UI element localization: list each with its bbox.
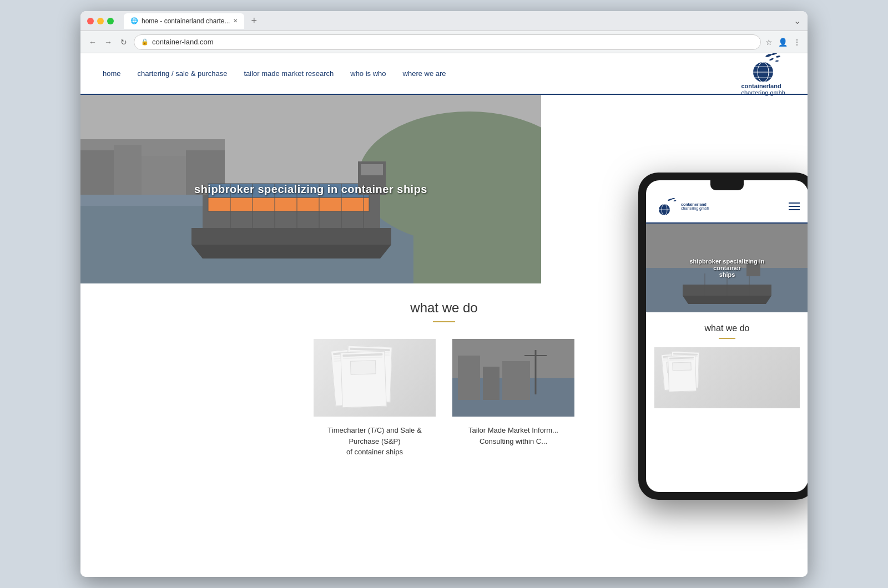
svg-rect-40 [502,361,530,400]
svg-point-44 [672,197,675,199]
phone-navigation: containerland chartering gmbh [646,190,808,224]
card-papers-image [314,339,436,417]
browser-titlebar: 🌐 home - containerland charte... ✕ + ⌄ [80,11,808,31]
svg-rect-35 [361,164,383,175]
tab-close-button[interactable]: ✕ [233,18,238,24]
browser-chevron-icon[interactable]: ⌄ [794,16,801,26]
nav-links: home chartering / sale & purchase tailor… [103,69,446,78]
logo-text: containerland chartering gmbh [741,83,786,96]
svg-point-45 [673,200,676,202]
phone-card-papers [654,347,800,408]
site-navigation: home chartering / sale & purchase tailor… [80,53,808,95]
phone-screen: containerland chartering gmbh [646,180,808,492]
svg-rect-39 [483,367,500,400]
svg-rect-19 [413,178,541,283]
browser-tab[interactable]: 🌐 home - containerland charte... ✕ [124,13,244,29]
port-image-svg [452,339,574,417]
phone-papers-decoration [657,349,797,407]
svg-marker-20 [191,245,391,258]
security-icon: 🔒 [141,38,149,45]
phone-logo-icon [654,197,677,215]
close-button[interactable] [87,18,94,24]
more-options-icon[interactable]: ⋮ [793,38,801,47]
card-timecharter: Timecharter (T/C) and Sale & Purchase (S… [314,339,436,458]
svg-point-0 [765,53,773,58]
svg-rect-21 [191,228,391,245]
refresh-button[interactable]: ↻ [118,37,129,48]
nav-home[interactable]: home [103,69,121,78]
new-tab-button[interactable]: + [251,15,257,27]
tab-title: home - containerland charte... [142,17,230,25]
content-section: what we do [80,283,808,474]
phone-hero: shipbroker specializing in container shi… [646,224,808,312]
maximize-button[interactable] [107,18,114,24]
website-content: home chartering / sale & purchase tailor… [80,53,808,577]
card-market-title: Tailor Made Market Inform... Consulting … [452,425,574,447]
svg-marker-51 [683,296,771,304]
bookmark-icon[interactable]: ☆ [765,38,773,47]
svg-rect-38 [458,356,480,400]
svg-point-43 [668,198,672,201]
phone-logo-text: containerland chartering gmbh [681,202,709,210]
phone-paper-3 [668,355,697,392]
svg-point-4 [775,60,779,62]
phone-content: what we do [646,323,808,408]
phone-menu-button[interactable] [789,202,800,210]
papers-decoration [322,343,427,414]
forward-button[interactable]: → [103,37,114,48]
phone-logo: containerland chartering gmbh [654,197,709,215]
address-bar[interactable]: 🔒 container-land.com [134,34,761,50]
profile-icon[interactable]: 👤 [778,38,788,47]
site-logo: containerland chartering gmbh [741,53,786,96]
browser-window: 🌐 home - containerland charte... ✕ + ⌄ ←… [80,11,808,577]
minimize-button[interactable] [97,18,104,24]
hero-tagline: shipbroker specializing in container shi… [194,183,427,196]
svg-rect-23: fill [208,197,369,211]
nav-who-is-who[interactable]: who is who [350,69,386,78]
svg-point-1 [771,53,777,55]
paper-3 [340,351,386,408]
toolbar-actions: ☆ 👤 ⋮ [765,38,801,47]
nav-market-research[interactable]: tailor made market research [244,69,334,78]
back-button[interactable]: ← [87,37,98,48]
phone-mockup: containerland chartering gmbh [638,173,808,500]
card-market: Tailor Made Market Inform... Consulting … [452,339,574,458]
browser-toolbar: ← → ↻ 🔒 container-land.com ☆ 👤 ⋮ [80,31,808,53]
phone-hero-text: shipbroker specializing in container shi… [687,258,768,278]
card-port-image [452,339,574,417]
hero-section: fill [80,95,541,283]
url-text: container-land.com [152,38,214,46]
hero-background: fill [80,95,541,283]
svg-point-2 [776,55,780,58]
main-area: fill [80,95,808,474]
section-divider [433,321,455,322]
nav-chartering[interactable]: chartering / sale & purchase [138,69,228,78]
phone-section-title: what we do [646,323,808,333]
nav-where-we-are[interactable]: where we are [403,69,446,78]
card-timecharter-title: Timecharter (T/C) and Sale & Purchase (S… [314,425,436,458]
logo-icon [744,53,783,82]
window-controls [87,18,114,24]
svg-point-3 [769,58,774,61]
phone-divider [719,338,735,339]
